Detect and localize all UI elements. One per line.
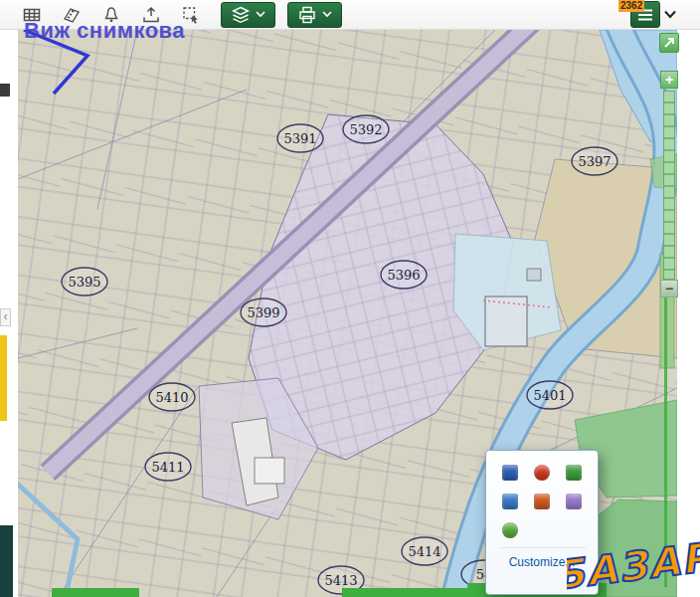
main-toolbar: 2362 — [0, 0, 700, 30]
menu-cluster: 2362 — [630, 1, 680, 28]
select-icon — [181, 5, 201, 25]
parcel-label: 5397 — [572, 147, 617, 175]
parcel-label: 5410 — [149, 383, 195, 411]
svg-text:5401: 5401 — [533, 388, 566, 403]
parcel-label: 5392 — [343, 115, 389, 143]
menu-badge: 2362 — [618, 0, 644, 12]
measure-button[interactable] — [54, 2, 89, 28]
collapse-panel-tab[interactable]: ‹ — [0, 308, 11, 326]
table-icon — [22, 5, 42, 25]
alerts-button[interactable] — [93, 2, 129, 28]
zoom-slider[interactable] — [663, 91, 675, 280]
measure-icon — [62, 5, 82, 25]
printer-icon — [297, 5, 317, 25]
tray-icon-blue-app[interactable] — [502, 494, 518, 509]
green-bar — [52, 588, 139, 597]
tray-icon-red-ball[interactable] — [534, 465, 550, 481]
left-dark-block — [0, 525, 13, 597]
table-button[interactable] — [14, 2, 50, 28]
svg-text:5391: 5391 — [283, 131, 316, 146]
svg-text:5395: 5395 — [68, 275, 100, 290]
zoom-in-button[interactable]: + — [660, 71, 678, 89]
popup-divider — [498, 547, 586, 548]
parcel-label: 5399 — [241, 298, 286, 326]
tray-icon-green-shield[interactable] — [566, 465, 582, 481]
svg-text:5413: 5413 — [324, 573, 357, 588]
upload-icon — [141, 5, 161, 25]
svg-text:5392: 5392 — [349, 122, 382, 137]
green-vertical-line — [664, 297, 667, 587]
parcel-label: 5396 — [381, 261, 427, 289]
chevron-down-icon — [256, 11, 265, 18]
bell-icon — [101, 5, 121, 25]
app-window: { "toolbar": { "icons": ["table-icon","m… — [0, 0, 700, 597]
green-bar — [342, 588, 467, 597]
tray-icon-purple-pen[interactable] — [566, 494, 582, 509]
layers-icon — [231, 5, 251, 25]
upload-button[interactable] — [133, 2, 169, 28]
svg-text:5397: 5397 — [578, 154, 611, 169]
parcel-label: 5414 — [402, 537, 447, 565]
tray-icon-blue-shield[interactable] — [502, 465, 518, 481]
svg-text:5411: 5411 — [151, 460, 184, 475]
svg-text:5399: 5399 — [247, 305, 279, 320]
parcel-label: 5401 — [527, 381, 573, 409]
left-yellow-strip — [0, 335, 7, 421]
large-building — [485, 297, 527, 346]
expand-arrow-icon — [662, 36, 676, 50]
tray-icon-red-butterfly[interactable] — [534, 494, 550, 509]
layers-button[interactable] — [221, 2, 275, 28]
left-strip-marker — [0, 84, 10, 97]
menu-chevron-button[interactable] — [660, 1, 680, 28]
parcel-label: 5391 — [277, 124, 323, 152]
fullscreen-button[interactable] — [659, 33, 679, 53]
chevron-down-icon — [322, 11, 332, 18]
zoom-out-button[interactable]: − — [660, 280, 678, 298]
chevron-down-icon — [664, 10, 676, 19]
parcel-label: 5411 — [145, 453, 191, 481]
svg-text:5414: 5414 — [408, 544, 440, 559]
tray-icon-green-globe[interactable] — [502, 522, 518, 538]
svg-text:5396: 5396 — [387, 268, 420, 283]
tray-overflow-popup: Customize... — [485, 450, 599, 595]
customize-link[interactable]: Customize... — [496, 555, 588, 569]
select-button[interactable] — [173, 2, 209, 28]
small-building — [527, 269, 541, 281]
parcel-label: 5395 — [62, 268, 107, 296]
print-button[interactable] — [287, 2, 342, 28]
svg-text:5410: 5410 — [155, 390, 188, 405]
tray-icon-grid — [496, 465, 588, 538]
